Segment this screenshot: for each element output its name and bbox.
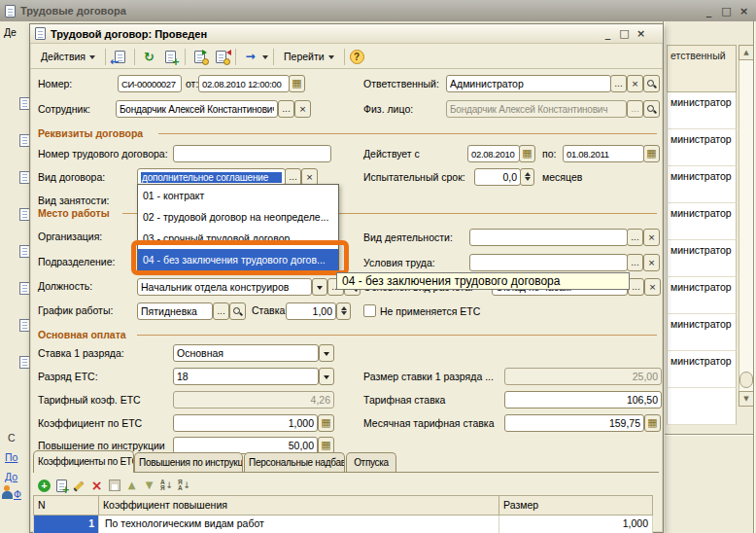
bg-link-3[interactable]: Ф — [14, 488, 21, 500]
select-button[interactable]: ... — [628, 278, 644, 296]
table-row: министратор — [667, 92, 737, 129]
dialog-titlebar: Трудовой договор: Проведен _ □ × — [30, 24, 663, 44]
unpost-document-button[interactable] — [212, 49, 230, 65]
work-schedule-field[interactable]: Пятидневка — [137, 302, 213, 320]
combo-open-button[interactable] — [319, 344, 334, 362]
save-and-close-button[interactable]: ← — [111, 49, 129, 65]
select-button[interactable]: ... — [627, 254, 643, 271]
add-row-button[interactable]: + — [36, 478, 52, 493]
bg-link-1[interactable]: По — [5, 451, 17, 463]
chevron-down-icon[interactable] — [262, 55, 268, 62]
clear-button[interactable]: × — [643, 229, 660, 246]
minimize-button[interactable]: _ — [702, 4, 716, 18]
position-field[interactable]: Начальник отдела конструиров — [137, 278, 312, 296]
edit-row-button[interactable] — [71, 478, 87, 493]
clear-button[interactable]: × — [643, 254, 660, 271]
copy-row-button[interactable]: + — [53, 478, 70, 493]
clear-button[interactable]: × — [644, 278, 661, 296]
employee-field[interactable]: Бондарчик Алексей Константинович — [116, 100, 278, 118]
magnifier-icon — [232, 306, 243, 317]
end-edit-button[interactable] — [106, 478, 122, 493]
label-organizatsiya: Организация: — [38, 231, 102, 242]
bg-link-2[interactable]: До — [5, 471, 17, 482]
move-up-button[interactable]: ▲ — [123, 478, 140, 493]
scroll-down-button[interactable]: ▼ — [739, 391, 754, 407]
combo-open-button[interactable] — [312, 278, 327, 296]
select-button[interactable]: ... — [627, 229, 643, 246]
maximize-button[interactable]: □ — [719, 4, 734, 18]
table-row: министратор — [667, 166, 737, 203]
reports-button[interactable]: → — [241, 49, 259, 65]
clear-button[interactable]: × — [294, 100, 311, 118]
lookup-button[interactable] — [643, 75, 660, 92]
document-date-field[interactable]: 02.08.2010 12:00:00 — [198, 75, 290, 92]
select-button[interactable]: ... — [278, 100, 294, 118]
actions-menu-button[interactable]: Действия — [36, 49, 100, 64]
calculator-button[interactable]: ▦ — [644, 414, 661, 432]
lookup-button[interactable] — [643, 100, 660, 118]
calendar-button[interactable]: ▦ — [519, 145, 535, 162]
close-button[interactable]: × — [634, 26, 648, 41]
sort-asc-button[interactable]: АЯ↓ — [158, 478, 175, 493]
scroll-up-button[interactable]: ▲ — [739, 45, 754, 60]
plus-icon: + — [172, 57, 180, 67]
column-header-koeffitsient[interactable]: Коэффициент повышения — [98, 495, 499, 515]
valid-to-field[interactable]: 01.08.2011 — [563, 145, 644, 162]
magnifier-icon — [646, 79, 657, 89]
minimize-button[interactable]: _ — [601, 26, 615, 41]
contract-number-field[interactable] — [173, 145, 331, 162]
combo-open-button[interactable] — [319, 368, 334, 385]
ets-grade-combo[interactable]: 18 — [173, 368, 319, 385]
select-button[interactable]: ... — [610, 75, 627, 92]
background-window-titlebar: Трудовые договора _ □ × — [0, 0, 756, 21]
move-down-button[interactable]: ▼ — [141, 478, 157, 493]
monthly-tariff-rate-field[interactable]: 159,75 — [504, 414, 644, 432]
table-cell-size[interactable]: 1,000 — [498, 515, 653, 533]
sort-asc-icon: АЯ↓ — [160, 480, 173, 491]
scrollbar-thumb[interactable] — [739, 372, 753, 388]
copy-button[interactable]: + — [161, 49, 180, 65]
post-document-button[interactable] — [190, 49, 209, 65]
select-button[interactable]: ... — [213, 302, 229, 320]
help-button[interactable]: ? — [350, 50, 364, 64]
clear-button[interactable]: × — [627, 75, 643, 92]
spinner-buttons[interactable] — [336, 302, 351, 320]
go-to-menu-button[interactable]: Перейти — [279, 49, 339, 64]
label-tarifnyy-koef: Тарифный коэф. ЕТС — [38, 394, 141, 406]
activity-type-field[interactable] — [469, 229, 628, 246]
dropdown-item-01[interactable]: 01 - контракт — [138, 185, 338, 206]
column-header-razmer[interactable]: Размер — [498, 495, 653, 515]
rate-field[interactable]: 1,00 — [286, 302, 336, 320]
table-row: министратор — [667, 203, 737, 240]
table-cell-n[interactable]: 1 — [33, 515, 99, 533]
valid-from-field[interactable]: 02.08.2010 — [467, 145, 520, 162]
table-cell-name[interactable]: По технологическим видам работ — [98, 515, 499, 533]
sort-desc-button[interactable]: ЯА↓ — [176, 478, 192, 493]
refresh-button[interactable]: ↻ — [140, 49, 158, 65]
calculator-button[interactable]: ▦ — [318, 414, 334, 432]
ets-coef-field[interactable]: 1,000 — [173, 414, 318, 432]
calendar-button[interactable]: ▦ — [643, 145, 660, 162]
delete-row-button[interactable]: × — [88, 478, 105, 493]
no-ets-checkbox[interactable] — [363, 304, 376, 317]
spinner-buttons[interactable] — [520, 168, 534, 186]
tab-koeffitsienty-po-ets[interactable]: Коэффициенты по ЕТС — [33, 450, 134, 473]
maximize-button[interactable]: □ — [617, 26, 632, 41]
grade1-rate-combo[interactable]: Основная — [173, 344, 319, 362]
tab-otpuska[interactable]: Отпуска — [346, 452, 396, 472]
label-ne-primenyaetsya-ets[interactable]: Не применяется ЕТС — [380, 305, 480, 317]
red-arrow-icon — [223, 50, 231, 55]
dropdown-item-02[interactable]: 02 - трудовой договор на неопределе... — [138, 206, 338, 228]
lookup-button[interactable] — [229, 302, 246, 320]
probation-field[interactable]: 0,0 — [474, 168, 521, 186]
calendar-button[interactable]: ▦ — [289, 75, 305, 92]
column-header-n[interactable]: N — [33, 495, 99, 515]
responsible-field[interactable]: Администратор — [446, 75, 611, 92]
document-number-field[interactable]: СИ-00000027 — [118, 75, 182, 92]
work-conditions-field[interactable] — [469, 254, 628, 271]
close-button[interactable]: × — [737, 4, 751, 18]
tariff-rate-field[interactable]: 106,50 — [504, 391, 662, 409]
scrollbar-track[interactable] — [739, 45, 754, 407]
tab-povysheniya-po-instruktsii[interactable]: Повышения по инструкции — [134, 452, 243, 472]
tab-personalnye-nadbavki[interactable]: Персональные надбавки — [244, 452, 345, 472]
